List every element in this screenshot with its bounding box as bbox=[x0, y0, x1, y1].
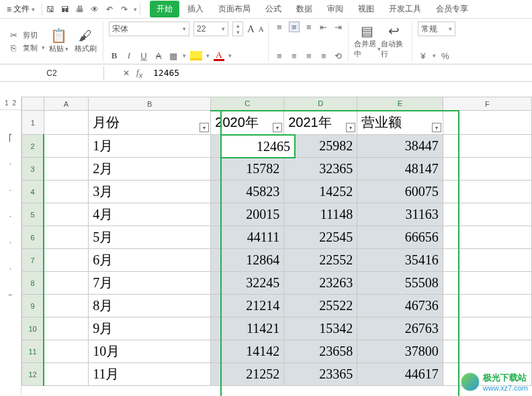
cell-F3[interactable] bbox=[443, 158, 531, 181]
strike-button[interactable]: A bbox=[153, 50, 164, 61]
cell-E1[interactable]: 营业额▾ bbox=[357, 111, 443, 135]
cell-D10[interactable]: 15342 bbox=[284, 317, 357, 340]
percent-button[interactable]: % bbox=[440, 50, 451, 61]
fill-color-button[interactable] bbox=[190, 51, 202, 60]
row-header-12[interactable]: 12 bbox=[22, 363, 44, 386]
underline-button[interactable]: U bbox=[138, 50, 149, 61]
cell-A5[interactable] bbox=[44, 203, 88, 226]
tab-vip[interactable]: 会员专享 bbox=[429, 1, 475, 17]
cell-E7[interactable]: 35416 bbox=[357, 249, 443, 272]
cell-C3[interactable]: 15782 bbox=[211, 158, 284, 181]
cell-D2[interactable]: 25982 bbox=[284, 135, 357, 158]
cell-E12[interactable]: 44617 bbox=[357, 363, 443, 386]
outline-bracket[interactable]: ⎡ bbox=[9, 134, 12, 142]
font-color-button[interactable]: A bbox=[214, 50, 224, 61]
tab-start[interactable]: 开始 bbox=[150, 1, 179, 17]
cell-F10[interactable] bbox=[443, 317, 531, 340]
cell-C9[interactable]: 21214 bbox=[211, 295, 284, 317]
cell-D12[interactable]: 23365 bbox=[284, 363, 357, 386]
cell-C5[interactable]: 20015 bbox=[211, 203, 284, 226]
wrap-text-button[interactable]: ↩ 自动换行 bbox=[381, 21, 408, 61]
cell-E9[interactable]: 46736 bbox=[357, 295, 443, 317]
cell-A8[interactable] bbox=[44, 272, 88, 295]
cut-button[interactable]: ✂ 剪切 bbox=[8, 30, 45, 40]
row-header-1[interactable]: 1 bbox=[22, 111, 44, 135]
qat-more-icon[interactable]: ▾ bbox=[134, 6, 137, 13]
tab-review[interactable]: 审阅 bbox=[320, 1, 350, 17]
col-header-D[interactable]: D bbox=[284, 97, 357, 111]
col-header-E[interactable]: E bbox=[357, 97, 443, 111]
row-header-10[interactable]: 10 bbox=[22, 317, 44, 340]
orientation-icon[interactable]: ⟲ bbox=[333, 50, 344, 61]
cell-B5[interactable]: 4月 bbox=[89, 203, 211, 226]
italic-button[interactable]: I bbox=[124, 50, 134, 61]
cell-F1[interactable] bbox=[443, 111, 531, 135]
cell-D3[interactable]: 32365 bbox=[284, 158, 357, 181]
cell-A6[interactable] bbox=[44, 226, 88, 249]
cell-C6[interactable]: 44111 bbox=[211, 226, 284, 249]
font-name-select[interactable]: 宋体▾ bbox=[109, 21, 189, 36]
cell-C4[interactable]: 45823 bbox=[211, 181, 284, 203]
cell-F5[interactable] bbox=[443, 203, 531, 226]
cell-F7[interactable] bbox=[443, 249, 531, 272]
cell-B7[interactable]: 6月 bbox=[89, 249, 211, 272]
cell-C2[interactable]: 12465 bbox=[211, 135, 284, 158]
cell-E3[interactable]: 48147 bbox=[357, 158, 443, 181]
cell-F2[interactable] bbox=[443, 135, 531, 158]
tab-data[interactable]: 数据 bbox=[290, 1, 319, 17]
cell-D11[interactable]: 23658 bbox=[284, 340, 357, 363]
cell-C7[interactable]: 12864 bbox=[211, 249, 284, 272]
indent-decrease-icon[interactable]: ⇤ bbox=[318, 21, 329, 32]
cell-B4[interactable]: 3月 bbox=[89, 181, 211, 203]
cell-C8[interactable]: 32245 bbox=[211, 272, 284, 295]
cell-A10[interactable] bbox=[44, 317, 88, 340]
cell-B12[interactable]: 11月 bbox=[89, 363, 211, 386]
cell-A7[interactable] bbox=[44, 249, 88, 272]
cell-D9[interactable]: 25522 bbox=[284, 295, 357, 317]
cell-E2[interactable]: 38447 bbox=[357, 135, 443, 158]
cell-B8[interactable]: 7月 bbox=[89, 272, 211, 295]
decrease-font-icon[interactable]: A bbox=[259, 25, 264, 33]
cell-A2[interactable] bbox=[44, 135, 88, 158]
cell-C1[interactable]: 2020年▾ bbox=[211, 111, 284, 135]
cell-D4[interactable]: 14252 bbox=[284, 181, 357, 203]
row-header-3[interactable]: 3 bbox=[22, 158, 44, 181]
row-header-5[interactable]: 5 bbox=[22, 203, 44, 226]
align-bottom-icon[interactable]: ≡ bbox=[304, 21, 314, 32]
align-left-icon[interactable]: ≡ bbox=[274, 50, 285, 61]
cell-B10[interactable]: 9月 bbox=[89, 317, 211, 340]
cell-A11[interactable] bbox=[44, 340, 88, 363]
cell-E11[interactable]: 37800 bbox=[357, 340, 443, 363]
tab-formulas[interactable]: 公式 bbox=[259, 1, 288, 17]
save-icon[interactable]: 🖫 bbox=[45, 4, 56, 15]
formula-input[interactable] bbox=[153, 68, 267, 78]
filter-button[interactable]: ▾ bbox=[432, 123, 441, 132]
outline-level-1[interactable]: 1 bbox=[5, 99, 9, 107]
print-preview-icon[interactable]: 👁 bbox=[89, 4, 100, 15]
row-header-7[interactable]: 7 bbox=[22, 249, 44, 272]
cell-A12[interactable] bbox=[44, 363, 88, 386]
name-box[interactable]: C2 bbox=[0, 66, 104, 80]
align-justify-icon[interactable]: ≡ bbox=[318, 50, 329, 61]
paste-button[interactable]: 📋 粘贴▾ bbox=[45, 29, 72, 54]
tab-insert[interactable]: 插入 bbox=[181, 1, 210, 17]
cell-E8[interactable]: 55508 bbox=[357, 272, 443, 295]
cancel-fx-icon[interactable]: ✕ bbox=[123, 68, 130, 78]
cell-A3[interactable] bbox=[44, 158, 88, 181]
cell-D8[interactable]: 23263 bbox=[284, 272, 357, 295]
select-all-corner[interactable] bbox=[22, 97, 44, 111]
row-header-6[interactable]: 6 bbox=[22, 226, 44, 249]
cell-F8[interactable] bbox=[443, 272, 531, 295]
tab-view[interactable]: 视图 bbox=[351, 1, 381, 17]
row-header-11[interactable]: 11 bbox=[22, 340, 44, 363]
cell-A9[interactable] bbox=[44, 295, 88, 317]
cell-D6[interactable]: 22545 bbox=[284, 226, 357, 249]
col-header-B[interactable]: B bbox=[89, 97, 211, 111]
spreadsheet-grid[interactable]: A B C D E F 1 月份▾ 2020年▾ 2021年▾ 营业额▾ 21月… bbox=[21, 97, 532, 386]
border-button[interactable]: ▦ bbox=[168, 50, 179, 61]
increase-font-icon[interactable]: A bbox=[247, 23, 255, 35]
cell-B1[interactable]: 月份▾ bbox=[89, 111, 211, 135]
tab-page-layout[interactable]: 页面布局 bbox=[212, 1, 257, 17]
cell-F11[interactable] bbox=[443, 340, 531, 363]
copy-button[interactable]: ⎘ 复制 ▾ bbox=[8, 42, 45, 53]
